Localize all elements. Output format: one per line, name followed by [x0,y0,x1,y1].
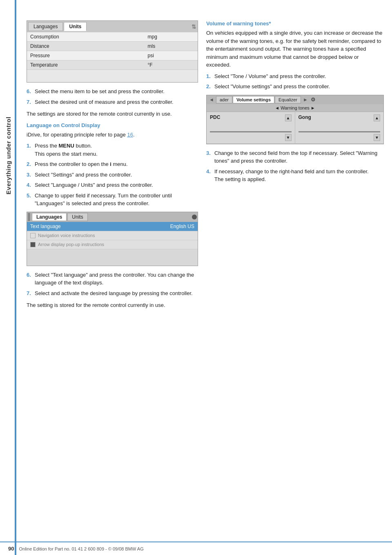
tab-units[interactable]: Units [64,22,87,31]
volume-cell-pdc: PDC ▲ ▼ [207,112,295,144]
checkbox-icon [30,233,36,238]
panel2-row-arrow-display: Arrow display pop-up instructions [27,240,198,249]
step-text: Select and activate the desired language… [35,289,193,298]
tab-equalizer[interactable]: Equalizer [275,96,301,103]
row-value: psi [145,51,198,60]
step-text: Select the menu item to be set and press… [35,87,165,96]
step-text: Press the MENU button.This opens the sta… [35,142,98,158]
page-link[interactable]: 16 [127,132,133,138]
row-label: Distance [27,42,145,51]
note-text-2: The setting is stored for the remote con… [27,301,198,309]
volume-intro: On vehicles equipped with a single drive… [206,29,384,69]
row-label: Consumption [27,32,145,42]
step-number: 4. [27,181,32,189]
step-text: Select "Language / Units" and press the … [35,181,153,189]
step-number: 4. [206,168,212,184]
row-value: mpg [145,32,198,42]
step-text: Change to the second field from the top … [214,149,384,165]
languages-panel: Languages Units Text language English US… [27,212,198,266]
instruction-item: 1. Select "Tone / Volume" and press the … [206,72,384,81]
page-number: 90 [8,546,14,552]
step-text: Select the desired unit of measure and p… [35,98,174,106]
volume-steps-1-2: 1. Select "Tone / Volume" and press the … [206,72,384,91]
checkbox-checked-icon [30,242,36,247]
row-label: Navigation voice instructions [38,233,95,238]
instruction-item: 4. If necessary, change to the right-han… [206,168,384,184]
row-label: Arrow display pop-up instructions [38,242,104,247]
warning-tones-row: ◄ Warning tones ► [207,104,383,112]
after-panel2-steps: 6. Select "Text language" and press the … [27,271,198,298]
units-table: Consumption mpg Distance mls Pressure ps… [27,32,198,70]
instruction-item: 5. Change to upper field if necessary. T… [27,192,198,208]
instructions-6-7: 6. Select the menu item to be set and pr… [27,87,198,106]
tab-ader[interactable]: ader [216,96,232,103]
step-number: 6. [27,87,32,96]
step-text: Select "Tone / Volume" and press the con… [214,72,326,81]
pdc-label: PDC [210,114,220,120]
step-text: Select "Text language" and press the con… [35,271,198,287]
instruction-item: 1. Press the MENU button.This opens the … [27,142,198,158]
step-number: 3. [206,149,212,165]
language-section-heading: Language on Control Display [27,122,198,128]
table-row: Temperature °F [27,60,198,70]
units-panel: Languages Units ⇅ Consumption mpg Distan… [27,20,198,83]
row-value: English US [170,224,194,229]
step-text: Select "Settings" and press the controll… [35,171,132,179]
gong-label: Gong [298,114,311,120]
instruction-item: 6. Select "Text language" and press the … [27,271,198,287]
step-number: 7. [27,289,32,298]
volume-settings-panel: ◄ ader Volume settings Equalizer ► ⚙ ◄ W… [206,95,384,144]
language-steps: 1. Press the MENU button.This opens the … [27,142,198,208]
instruction-item: 3. Change to the second field from the t… [206,149,384,165]
instruction-item: 3. Select "Settings" and press the contr… [27,171,198,179]
pdc-down-btn[interactable]: ▼ [285,134,292,141]
step-text: Press the controller to open the i menu. [35,160,128,168]
panel2-indicator [192,215,197,219]
step-number: 5. [27,192,32,208]
right-column: Volume of warning tones* On vehicles equ… [206,20,384,313]
left-column: Languages Units ⇅ Consumption mpg Distan… [27,20,198,313]
footer-text: Online Edition for Part no. 01 41 2 600 … [19,546,143,551]
step-number: 6. [27,271,32,287]
language-intro: iDrive, for operating principle refer to… [27,131,198,139]
note-text: The settings are stored for the remote c… [27,110,198,118]
row-value: mls [145,42,198,51]
table-row: Distance mls [27,42,198,51]
tab-languages-active[interactable]: Languages [32,213,67,221]
volume-tab-bar: ◄ ader Volume settings Equalizer ► ⚙ [207,95,383,104]
instruction-item: 7. Select the desired unit of measure an… [27,98,198,106]
tab-volume-settings[interactable]: Volume settings [233,96,274,103]
volume-steps-3-4: 3. Change to the second field from the t… [206,149,384,184]
instruction-item: 6. Select the menu item to be set and pr… [27,87,198,96]
table-row: Pressure psi [27,51,198,60]
panel-icon: ⇅ [192,23,196,30]
step-number: 7. [27,98,32,106]
tab-units-panel2[interactable]: Units [67,213,87,221]
instruction-item: 2. Press the controller to open the i me… [27,160,198,168]
step-text: Change to upper field if necessary. Turn… [35,192,198,208]
instruction-item: 4. Select "Language / Units" and press t… [27,181,198,189]
units-tab-bar: Languages Units ⇅ [27,21,198,32]
sidebar-label: Everything under control [0,33,16,278]
languages-tab-bar: Languages Units [27,212,198,222]
step-number: 1. [206,72,212,81]
table-row: Consumption mpg [27,32,198,42]
instruction-item: 7. Select and activate the desired langu… [27,289,198,298]
row-label: Pressure [27,51,145,60]
row-label: Text language [30,224,170,229]
step-number: 3. [27,171,32,179]
row-value: °F [145,60,198,70]
volume-cell-gong: Gong ▲ ▼ [295,112,384,144]
instruction-item: 2. Select "Volume settings" and press th… [206,83,384,91]
pdc-up-btn[interactable]: ▲ [285,114,292,121]
panel2-row-nav-voice: Navigation voice instructions [27,231,198,240]
row-label: Temperature [27,60,145,70]
panel2-row-text-language[interactable]: Text language English US [27,222,198,231]
tab-languages[interactable]: Languages [28,22,63,31]
volume-section-heading: Volume of warning tones* [206,20,384,27]
gong-down-btn[interactable]: ▼ [374,134,380,141]
footer: 90 Online Edition for Part no. 01 41 2 6… [0,542,392,555]
step-text: If necessary, change to the right-hand f… [214,168,369,184]
gong-up-btn[interactable]: ▲ [374,114,380,121]
step-text: Select "Volume settings" and press the c… [214,83,330,91]
